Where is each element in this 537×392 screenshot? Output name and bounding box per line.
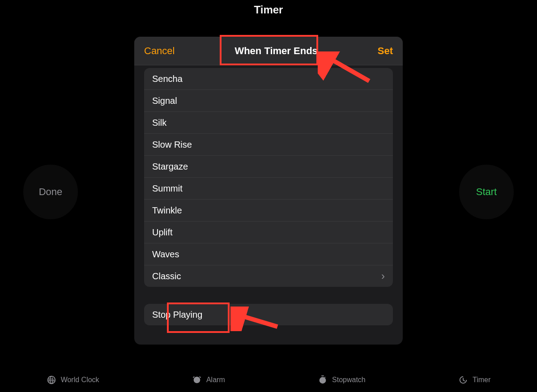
tab-timer[interactable]: Timer [458, 375, 490, 385]
done-button[interactable]: Done [23, 165, 78, 219]
sound-label: Summit [152, 183, 183, 194]
tab-alarm[interactable]: Alarm [192, 375, 225, 385]
cancel-button[interactable]: Cancel [144, 45, 175, 57]
start-button[interactable]: Start [459, 165, 514, 219]
sound-list[interactable]: Sencha Signal Silk Slow Rise Stargaze Su… [144, 68, 393, 287]
done-button-label: Done [39, 186, 63, 198]
sound-label: Uplift [152, 227, 173, 238]
tab-label: Stopwatch [332, 376, 366, 384]
stop-playing-label: Stop Playing [152, 310, 202, 320]
page-title: Timer [0, 4, 537, 16]
when-timer-ends-modal: Cancel When Timer Ends Set Sencha Signal… [134, 37, 403, 345]
tab-stopwatch[interactable]: Stopwatch [318, 375, 366, 385]
modal-title: When Timer Ends [234, 45, 317, 57]
timer-icon [458, 375, 468, 385]
sound-row-uplift[interactable]: Uplift [144, 221, 393, 243]
sound-row-summit[interactable]: Summit [144, 177, 393, 199]
sound-row-signal[interactable]: Signal [144, 89, 393, 111]
sound-label: Slow Rise [152, 140, 192, 150]
tab-label: World Clock [61, 376, 99, 384]
start-button-label: Start [476, 186, 497, 198]
modal-header: Cancel When Timer Ends Set [134, 37, 403, 65]
stop-playing-row[interactable]: Stop Playing [144, 304, 393, 325]
sound-row-slow-rise[interactable]: Slow Rise [144, 133, 393, 155]
bottom-tab-bar: World Clock Alarm Stopwatch Timer [0, 368, 537, 392]
tab-label: Timer [473, 376, 490, 384]
alarm-icon [192, 375, 202, 385]
tab-world-clock[interactable]: World Clock [47, 375, 99, 385]
tab-label: Alarm [206, 376, 225, 384]
sound-row-silk[interactable]: Silk [144, 111, 393, 133]
sound-label: Signal [152, 96, 177, 106]
sound-label: Sencha [152, 74, 183, 84]
sound-row-waves[interactable]: Waves [144, 243, 393, 265]
sound-label: Stargaze [152, 162, 188, 172]
sound-label: Twinkle [152, 205, 182, 216]
sound-label: Silk [152, 118, 166, 128]
modal-body: Sencha Signal Silk Slow Rise Stargaze Su… [134, 65, 403, 345]
chevron-right-icon: › [381, 271, 385, 281]
sound-label: Classic [152, 271, 181, 281]
sound-row-twinkle[interactable]: Twinkle [144, 199, 393, 221]
sound-row-classic[interactable]: Classic › [144, 265, 393, 287]
globe-icon [47, 375, 56, 385]
sound-label: Waves [152, 249, 179, 260]
sound-row-stargaze[interactable]: Stargaze [144, 155, 393, 177]
set-button[interactable]: Set [378, 45, 393, 57]
sound-row-sencha[interactable]: Sencha [144, 68, 393, 89]
stopwatch-icon [318, 375, 328, 385]
